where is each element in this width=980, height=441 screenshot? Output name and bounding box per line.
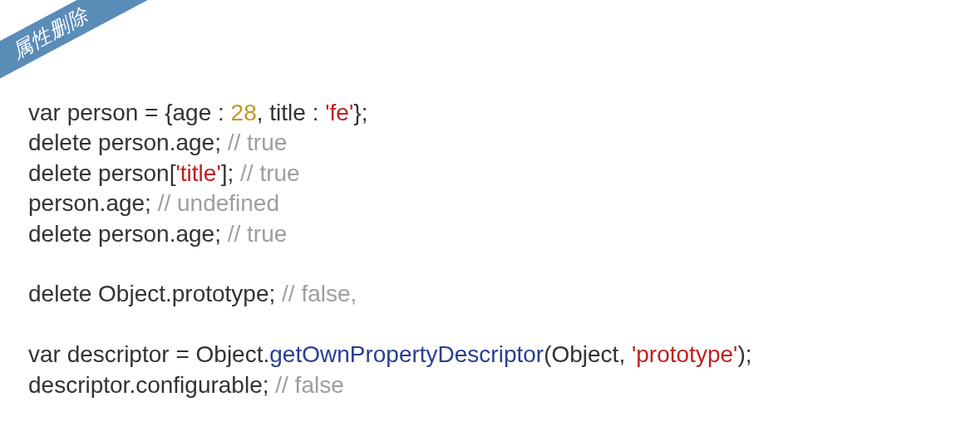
- code-comment: // true: [240, 160, 300, 186]
- code-text: var descriptor = Object.: [28, 341, 269, 367]
- code-line-5: delete person.age; // true: [28, 221, 287, 247]
- ribbon-label: 属性删除: [0, 0, 153, 99]
- code-string: 'title': [175, 160, 220, 186]
- code-function: getOwnPropertyDescriptor: [269, 341, 544, 367]
- code-text: person.age;: [28, 190, 158, 216]
- code-text: , title :: [257, 100, 325, 125]
- code-text: var person = {age :: [28, 100, 231, 125]
- code-param: 'prototype': [632, 341, 737, 367]
- code-text: delete person.age;: [28, 221, 228, 247]
- code-comment: // false: [275, 372, 343, 398]
- code-line-3: delete person['title']; // true: [28, 160, 300, 186]
- code-comment: // false,: [282, 281, 357, 306]
- code-number: 28: [231, 100, 257, 125]
- code-line-6: delete Object.prototype; // false,: [28, 281, 357, 306]
- code-text: ];: [221, 160, 240, 186]
- code-text: descriptor.configurable;: [28, 372, 275, 398]
- code-comment: // undefined: [158, 190, 279, 216]
- code-line-4: person.age; // undefined: [28, 190, 279, 216]
- code-string: 'fe': [325, 100, 353, 125]
- code-text: );: [737, 341, 751, 367]
- code-line-8: descriptor.configurable; // false: [28, 372, 344, 398]
- code-comment: // true: [228, 130, 288, 155]
- code-block: var person = {age : 28, title : 'fe'}; d…: [28, 98, 752, 400]
- code-comment: // true: [228, 221, 288, 247]
- code-text: delete person.age;: [28, 130, 228, 155]
- code-line-7: var descriptor = Object.getOwnPropertyDe…: [28, 341, 752, 367]
- code-text: (Object,: [544, 341, 632, 367]
- code-line-2: delete person.age; // true: [28, 130, 287, 155]
- code-text: delete person[: [28, 160, 175, 186]
- code-text: };: [353, 100, 367, 125]
- code-text: delete Object.prototype;: [28, 281, 282, 306]
- code-line-1: var person = {age : 28, title : 'fe'};: [28, 100, 367, 125]
